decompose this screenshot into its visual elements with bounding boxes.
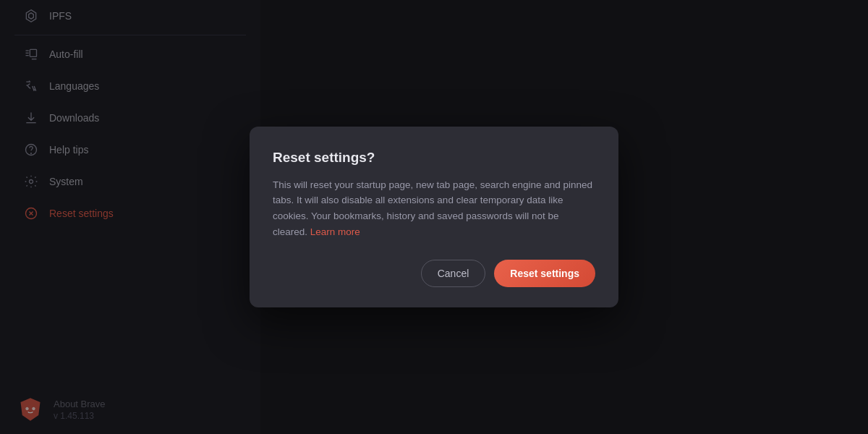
dialog-actions: Cancel Reset settings (273, 260, 595, 287)
reset-settings-dialog: Reset settings? This will reset your sta… (250, 127, 618, 307)
reset-settings-button[interactable]: Reset settings (494, 260, 595, 287)
dialog-title: Reset settings? (273, 150, 595, 166)
cancel-button[interactable]: Cancel (421, 260, 486, 287)
learn-more-link[interactable]: Learn more (310, 226, 360, 237)
dialog-overlay: Reset settings? This will reset your sta… (0, 0, 868, 434)
dialog-body: This will reset your startup page, new t… (273, 177, 595, 239)
